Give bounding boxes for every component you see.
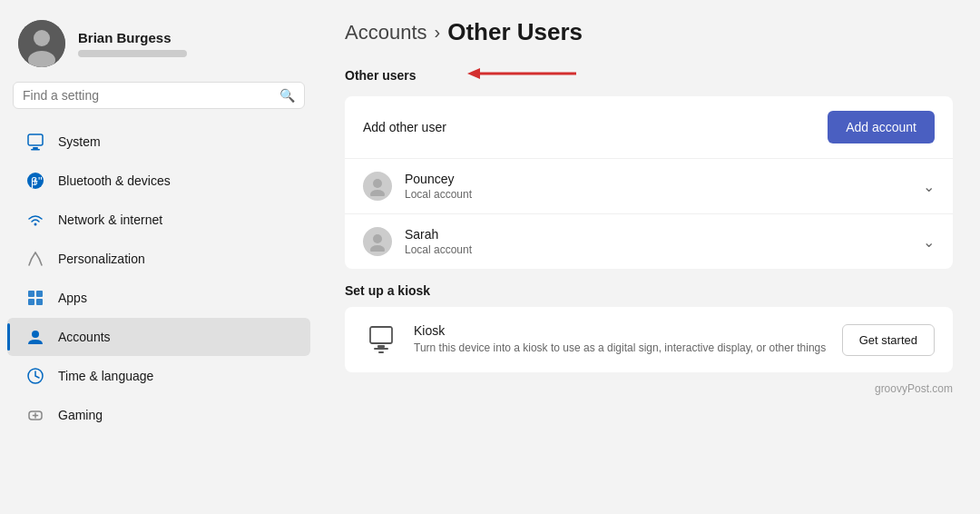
profile-section: Brian Burgess — [0, 0, 318, 82]
add-other-user-row: Add other user Add account — [345, 96, 953, 159]
svg-point-22 — [370, 190, 385, 196]
sidebar-item-label-gaming: Gaming — [58, 408, 103, 422]
time-icon — [25, 366, 45, 386]
user-avatar-sarah — [363, 227, 392, 256]
profile-subtitle-bar — [78, 50, 187, 57]
svg-rect-11 — [36, 291, 43, 297]
system-icon — [25, 132, 45, 152]
add-other-user-label: Add other user — [363, 120, 815, 134]
network-icon — [25, 210, 45, 230]
svg-rect-4 — [33, 147, 38, 149]
kiosk-row: Kiosk Turn this device into a kiosk to u… — [345, 307, 953, 372]
sidebar-item-personalization[interactable]: Personalization — [7, 240, 310, 278]
kiosk-section-label: Set up a kiosk — [345, 283, 953, 298]
search-input[interactable] — [23, 88, 272, 103]
user-avatar-pouncey — [363, 172, 392, 201]
user-row-sarah[interactable]: Sarah Local account ⌄ — [345, 214, 953, 269]
add-account-button[interactable]: Add account — [828, 111, 935, 143]
svg-rect-13 — [36, 299, 43, 305]
sidebar: Brian Burgess 🔍 System +" /> — [0, 0, 318, 514]
main-content: Accounts › Other Users Other users Add o… — [318, 0, 980, 514]
kiosk-icon — [363, 321, 399, 358]
svg-rect-3 — [28, 134, 43, 145]
sidebar-item-label-apps: Apps — [58, 291, 87, 305]
breadcrumb: Accounts › Other Users — [345, 18, 953, 46]
search-icon: 🔍 — [279, 88, 295, 103]
svg-point-23 — [373, 234, 382, 243]
kiosk-card: Kiosk Turn this device into a kiosk to u… — [345, 307, 953, 372]
svg-rect-28 — [378, 351, 384, 353]
svg-rect-10 — [28, 291, 34, 297]
svg-point-1 — [34, 30, 50, 46]
chevron-down-icon-sarah: ⌄ — [923, 233, 935, 251]
user-type-pouncey: Local account — [405, 188, 910, 201]
other-users-label: Other users — [345, 68, 416, 83]
sidebar-item-label-system: System — [58, 134, 101, 149]
gaming-icon — [25, 405, 45, 425]
sidebar-item-time[interactable]: Time & language — [7, 357, 310, 395]
watermark: groovyPost.com — [345, 375, 953, 395]
nav-list: System +" /> β Bluetooth & devices — [0, 118, 318, 514]
personalization-icon — [25, 249, 45, 269]
sidebar-item-label-time: Time & language — [58, 369, 153, 383]
svg-text:β: β — [31, 174, 37, 188]
profile-name: Brian Burgess — [78, 30, 187, 45]
svg-rect-12 — [28, 299, 34, 305]
user-type-sarah: Local account — [405, 243, 910, 256]
chevron-down-icon-pouncey: ⌄ — [923, 178, 935, 195]
user-info-pouncey: Pouncey Local account — [405, 172, 910, 201]
sidebar-item-label-network: Network & internet — [58, 213, 162, 227]
svg-point-24 — [370, 245, 385, 252]
other-users-card: Add other user Add account Pouncey Local… — [345, 96, 953, 269]
search-box[interactable]: 🔍 — [13, 82, 305, 109]
sidebar-item-gaming[interactable]: Gaming — [7, 396, 310, 434]
breadcrumb-separator: › — [435, 22, 441, 43]
breadcrumb-current: Other Users — [447, 18, 583, 46]
kiosk-title: Kiosk — [414, 323, 828, 338]
svg-rect-26 — [377, 345, 385, 348]
bluetooth-icon: +" /> β — [25, 171, 45, 191]
user-info-sarah: Sarah Local account — [405, 227, 910, 256]
sidebar-item-apps[interactable]: Apps — [7, 279, 310, 317]
svg-marker-20 — [467, 68, 480, 79]
sidebar-item-network[interactable]: Network & internet — [7, 201, 310, 239]
sidebar-item-accounts[interactable]: Accounts — [7, 318, 310, 356]
user-name-pouncey: Pouncey — [405, 172, 910, 186]
svg-rect-5 — [31, 149, 40, 151]
annotation-arrow — [467, 63, 585, 87]
accounts-icon — [25, 327, 45, 347]
sidebar-item-label-accounts: Accounts — [58, 330, 111, 344]
profile-info: Brian Burgess — [78, 30, 187, 57]
other-users-section-label: Other users — [345, 63, 953, 87]
svg-point-9 — [34, 223, 37, 226]
svg-rect-27 — [374, 348, 388, 350]
get-started-button[interactable]: Get started — [842, 324, 935, 356]
user-row-pouncey[interactable]: Pouncey Local account ⌄ — [345, 159, 953, 214]
sidebar-item-system[interactable]: System — [7, 123, 310, 161]
svg-point-21 — [373, 179, 382, 188]
avatar — [18, 20, 65, 67]
sidebar-item-label-personalization: Personalization — [58, 252, 145, 266]
apps-icon — [25, 288, 45, 308]
breadcrumb-parent[interactable]: Accounts — [345, 21, 427, 44]
sidebar-item-bluetooth[interactable]: +" /> β Bluetooth & devices — [7, 162, 310, 200]
svg-point-14 — [32, 331, 39, 338]
sidebar-item-label-bluetooth: Bluetooth & devices — [58, 173, 171, 188]
kiosk-desc: Turn this device into a kiosk to use as … — [414, 341, 828, 356]
svg-rect-25 — [370, 327, 392, 343]
user-name-sarah: Sarah — [405, 227, 910, 242]
kiosk-info: Kiosk Turn this device into a kiosk to u… — [414, 323, 828, 356]
